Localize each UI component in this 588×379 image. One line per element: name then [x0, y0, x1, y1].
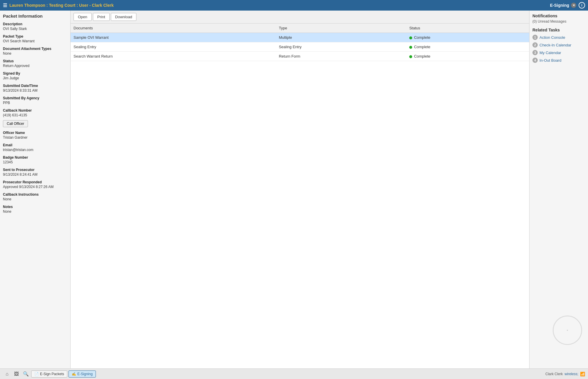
watermark-circle: ● [553, 316, 582, 345]
task-number: 2 [532, 42, 538, 48]
status-dot-icon [409, 36, 412, 39]
col-status: Status [406, 24, 529, 33]
col-documents: Documents [71, 24, 276, 33]
task-label: My Calendar [539, 51, 561, 55]
user-info-label: Lauren Thompson : Testing Court : User -… [9, 3, 113, 8]
signed-by-label: Signed By [3, 71, 67, 76]
task-number: 3 [532, 50, 538, 55]
center-content: Open Print Download Documents Type Statu… [71, 11, 529, 368]
doc-status-cell: Complete [406, 42, 529, 52]
toolbar: Open Print Download [71, 11, 529, 24]
bottom-tab-e-signing[interactable]: ✍E-Signing [69, 370, 96, 378]
print-button[interactable]: Print [93, 13, 110, 21]
status-dot-icon [409, 55, 412, 58]
hamburger-icon[interactable]: ☰ [3, 3, 7, 8]
esigning-tab-icon: ✍ [72, 372, 76, 376]
sent-to-prosecutor-label: Sent to Prosecutor [3, 168, 67, 172]
esigning-label: E-Signing [550, 3, 569, 8]
bottom-tab-label: E-Sign Packets [40, 372, 64, 376]
packet-type-value: OVI Search Warrant [3, 39, 67, 43]
officer-name-label: Officer Name [3, 131, 67, 135]
wifi-signal-icon: 📶 [580, 372, 585, 376]
doc-name-cell: Search Warrant Return [71, 52, 276, 61]
left-sidebar: Packet Information Description OVI Sally… [0, 11, 71, 368]
submitted-datetime-value: 9/13/2024 8:33:31 AM [3, 88, 67, 93]
doc-attachment-label: Document Attachment Types [3, 47, 67, 51]
info-icon[interactable]: i [579, 2, 585, 9]
main-layout: Packet Information Description OVI Sally… [0, 11, 588, 368]
task-item[interactable]: 1 Action Console [532, 35, 585, 40]
description-value: OVI Sally Stark [3, 27, 67, 31]
task-item[interactable]: 3 My Calendar [532, 50, 585, 55]
callback-instructions-label: Callback Instructions [3, 192, 67, 197]
open-button[interactable]: Open [74, 13, 92, 21]
sent-to-prosecutor-value: 9/13/2024 8:24:41 AM [3, 172, 67, 177]
bottom-right: Clark Clerk wireless; 📶 [545, 372, 585, 376]
status-dot-icon [409, 46, 412, 49]
doc-type-cell: Sealing Entry [276, 42, 406, 52]
header-right: E-Signing ✕ i [550, 2, 585, 9]
esignpackets-tab-icon: 📄 [34, 372, 39, 376]
doc-status-cell: Complete [406, 52, 529, 61]
top-header: ☰ Lauren Thompson : Testing Court : User… [0, 0, 588, 11]
documents-table-container: Documents Type Status Sample OVI Warrant… [71, 24, 529, 368]
officer-name-value: Tristan Gardner [3, 135, 67, 140]
table-row[interactable]: Search Warrant Return Return Form Comple… [71, 52, 529, 61]
bottom-tabs: 📄E-Sign Packets✍E-Signing [31, 370, 96, 378]
doc-type-cell: Return Form [276, 52, 406, 61]
table-row[interactable]: Sealing Entry Sealing Entry Complete [71, 42, 529, 52]
task-label: In-Out Board [539, 58, 561, 63]
badge-number-value: 12345 [3, 160, 67, 164]
submitted-agency-value: PPB [3, 101, 67, 105]
monitor-icon[interactable]: 🖼 [12, 370, 21, 378]
callback-number-label: Callback Number [3, 108, 67, 113]
call-officer-button[interactable]: Call Officer [3, 120, 28, 127]
esigning-close-icon[interactable]: ✕ [571, 3, 576, 8]
submitted-agency-label: Submitted By Agency [3, 96, 67, 100]
badge-number-label: Badge Number [3, 155, 67, 160]
email-value: tristan@tristan.com [3, 148, 67, 152]
doc-name-cell: Sample OVI Warrant [71, 33, 276, 42]
clerk-label: Clark Clerk [545, 372, 563, 376]
download-button[interactable]: Download [111, 13, 137, 21]
packet-type-label: Packet Type [3, 34, 67, 38]
doc-name-cell: Sealing Entry [71, 42, 276, 52]
esigning-badge: E-Signing ✕ [550, 3, 576, 8]
doc-type-cell: Multiple [276, 33, 406, 42]
tasks-container: 1 Action Console 2 Check-In Calendar 3 M… [532, 35, 585, 63]
signed-by-value: Jim Judge [3, 76, 67, 80]
submitted-datetime-label: Submitted Date/Time [3, 84, 67, 88]
wifi-icon: wireless; [564, 372, 578, 376]
prosecutor-responded-label: Prosecutor Responded [3, 180, 67, 184]
task-number: 4 [532, 58, 538, 63]
doc-attachment-value: None [3, 51, 67, 56]
task-item[interactable]: 4 In-Out Board [532, 58, 585, 63]
callback-instructions-value: None [3, 197, 67, 201]
search-icon[interactable]: 🔍 [22, 370, 30, 378]
unread-messages: (0) Unread Messages [532, 19, 585, 24]
bottom-bar: ⌂ 🖼 🔍 📄E-Sign Packets✍E-Signing Clark Cl… [0, 368, 588, 379]
packet-info-title: Packet Information [3, 14, 67, 19]
bottom-tab-label: E-Signing [77, 372, 93, 376]
doc-status-cell: Complete [406, 33, 529, 42]
prosecutor-responded-value: Approved 9/13/2024 8:27:26 AM [3, 185, 67, 189]
header-left: ☰ Lauren Thompson : Testing Court : User… [3, 3, 113, 8]
table-header-row: Documents Type Status [71, 24, 529, 33]
col-type: Type [276, 24, 406, 33]
home-icon[interactable]: ⌂ [3, 370, 11, 378]
task-label: Action Console [539, 35, 565, 40]
related-tasks-title: Related Tasks [532, 28, 585, 32]
notes-label: Notes [3, 205, 67, 209]
bottom-tab-e-sign-packets[interactable]: 📄E-Sign Packets [31, 370, 67, 378]
email-label: Email [3, 143, 67, 147]
description-label: Description [3, 22, 67, 26]
task-item[interactable]: 2 Check-In Calendar [532, 42, 585, 48]
task-label: Check-In Calendar [539, 43, 571, 47]
status-value: Return Approved [3, 64, 67, 68]
status-label: Status [3, 59, 67, 63]
table-row[interactable]: Sample OVI Warrant Multiple Complete [71, 33, 529, 42]
right-sidebar: Notifications (0) Unread Messages Relate… [529, 11, 588, 368]
bottom-left: ⌂ 🖼 🔍 📄E-Sign Packets✍E-Signing [3, 370, 96, 378]
documents-table: Documents Type Status Sample OVI Warrant… [71, 24, 529, 61]
notes-value: None [3, 209, 67, 214]
